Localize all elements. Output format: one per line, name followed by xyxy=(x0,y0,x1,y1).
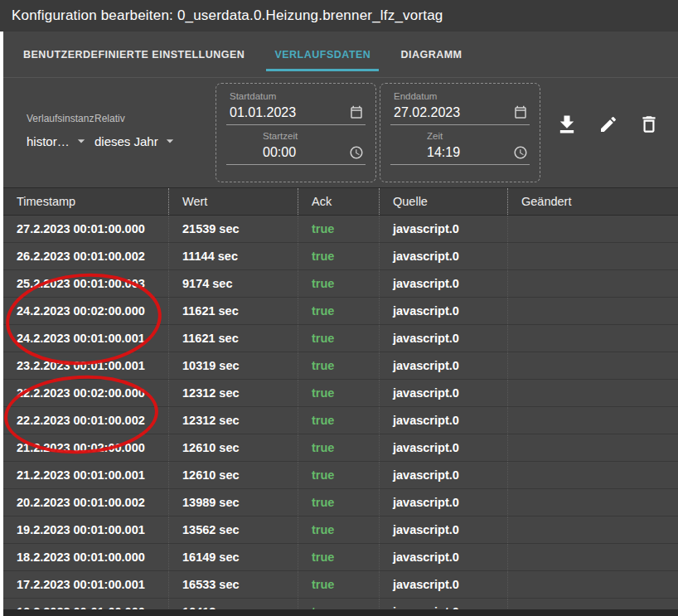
end-time-field[interactable]: Zeit 14:19 xyxy=(390,130,530,165)
clock-icon[interactable] xyxy=(349,145,364,160)
table-actions xyxy=(555,113,660,136)
table-row[interactable]: 20.2.2023 00:01:00.002 13989 sec true ja… xyxy=(3,489,678,517)
delete-button[interactable] xyxy=(638,114,660,135)
edit-button[interactable] xyxy=(598,114,618,134)
start-datetime-group: Startdatum 01.01.2023 Startzeit 00:00 xyxy=(216,83,376,182)
table-row[interactable]: 21.2.2023 00:02:00.000 12610 sec true ja… xyxy=(3,434,678,462)
cell-timestamp: 26.2.2023 00:01:00.002 xyxy=(3,243,169,269)
cell-ack: true xyxy=(298,571,380,598)
cell-quelle: javascript.0 xyxy=(380,325,508,352)
cell-geaendert xyxy=(508,325,678,352)
cell-timestamp: 19.2.2023 00:01:00.001 xyxy=(3,517,169,543)
table-row[interactable]: 22.2.2023 00:02:00.000 12312 sec true ja… xyxy=(3,380,678,407)
cell-wert: 12312 sec xyxy=(169,380,298,406)
cell-timestamp: 17.2.2023 00:01:00.001 xyxy=(3,571,169,598)
cell-geaendert xyxy=(508,517,678,543)
cell-ack: true xyxy=(298,325,380,352)
calendar-icon[interactable] xyxy=(349,105,364,120)
cell-quelle: javascript.0 xyxy=(380,407,508,434)
cell-geaendert xyxy=(508,352,678,379)
tab-label: VERLAUFSDATEN xyxy=(274,49,370,61)
cell-quelle: javascript.0 xyxy=(380,298,508,324)
table-header: Timestamp Wert Ack Quelle Geändert xyxy=(3,187,678,216)
cell-wert: 11621 sec xyxy=(169,325,298,352)
cell-timestamp: 24.2.2023 00:01:00.001 xyxy=(3,325,169,352)
relative-range-value: dieses Jahr xyxy=(94,134,158,148)
cell-timestamp: 20.2.2023 00:01:00.002 xyxy=(3,489,169,516)
history-instance-control: Verlaufsinstanz histor… xyxy=(27,113,94,149)
column-header-geaendert: Geändert xyxy=(508,188,678,215)
cell-geaendert xyxy=(508,216,678,242)
cell-wert: 16149 sec xyxy=(169,544,298,570)
start-time-field[interactable]: Startzeit 00:00 xyxy=(226,130,366,165)
end-date-label: Enddatum xyxy=(394,91,528,101)
cell-wert: 21539 sec xyxy=(169,216,298,242)
end-date-field[interactable]: Enddatum 27.02.2023 xyxy=(390,90,530,125)
cell-geaendert xyxy=(508,407,678,434)
history-instance-select[interactable]: histor… xyxy=(27,133,94,149)
table-row[interactable]: 27.2.2023 00:01:00.000 21539 sec true ja… xyxy=(3,216,678,243)
cell-ack: true xyxy=(298,544,380,570)
cell-geaendert xyxy=(508,462,678,488)
cell-quelle: javascript.0 xyxy=(380,517,508,543)
cell-timestamp: 22.2.2023 00:02:00.000 xyxy=(3,380,169,406)
tab-label: DIAGRAMM xyxy=(400,49,462,61)
table-row[interactable]: 22.2.2023 00:01:00.002 12312 sec true ja… xyxy=(3,407,678,434)
table-row[interactable]: 24.2.2023 00:02:00.000 11621 sec true ja… xyxy=(3,298,678,325)
cell-quelle: javascript.0 xyxy=(380,216,508,242)
cell-quelle: javascript.0 xyxy=(380,243,508,269)
cell-timestamp: 21.2.2023 00:02:00.000 xyxy=(3,434,169,461)
table-row[interactable]: 24.2.2023 00:01:00.001 11621 sec true ja… xyxy=(3,325,678,352)
cell-geaendert xyxy=(508,243,678,269)
table-row[interactable]: 25.2.2023 00:01:00.003 9174 sec true jav… xyxy=(3,270,678,298)
table-row[interactable]: 21.2.2023 00:01:00.001 12610 sec true ja… xyxy=(3,462,678,489)
column-header-quelle: Quelle xyxy=(380,188,508,215)
cell-timestamp: 25.2.2023 00:01:00.003 xyxy=(3,270,169,297)
caret-down-icon xyxy=(73,133,90,149)
table-body: 27.2.2023 00:01:00.000 21539 sec true ja… xyxy=(3,216,678,616)
table-row[interactable]: 23.2.2023 00:01:00.001 10319 sec true ja… xyxy=(3,352,678,380)
tab-label: BENUTZERDEFINIERTE EINSTELLUNGEN xyxy=(23,49,245,61)
cell-quelle: javascript.0 xyxy=(380,571,508,598)
start-date-field[interactable]: Startdatum 01.01.2023 xyxy=(226,90,366,125)
cell-quelle: javascript.0 xyxy=(380,489,508,516)
table-row[interactable]: 18.2.2023 00:01:00.000 16149 sec true ja… xyxy=(3,544,678,571)
trash-icon xyxy=(638,114,660,135)
table-row[interactable]: 26.2.2023 00:01:00.002 11144 sec true ja… xyxy=(3,243,678,270)
table-row[interactable]: 17.2.2023 00:01:00.001 16533 sec true ja… xyxy=(3,571,678,599)
cell-quelle: javascript.0 xyxy=(380,462,508,488)
cell-wert: 12312 sec xyxy=(169,407,298,434)
cell-timestamp: 23.2.2023 00:01:00.001 xyxy=(3,352,169,379)
cell-geaendert xyxy=(508,270,678,297)
clock-icon[interactable] xyxy=(513,145,528,160)
dialog-title: Konfiguration bearbeiten: 0_userdata.0.H… xyxy=(12,7,443,24)
cell-ack: true xyxy=(298,434,380,461)
download-icon xyxy=(555,113,579,136)
cell-quelle: javascript.0 xyxy=(380,270,508,297)
end-datetime-group: Enddatum 27.02.2023 Zeit 14:19 xyxy=(380,83,540,182)
tab-chart[interactable]: DIAGRAMM xyxy=(400,32,462,77)
cell-geaendert xyxy=(508,380,678,406)
column-header-timestamp: Timestamp xyxy=(3,188,169,215)
cell-geaendert xyxy=(508,489,678,516)
cell-wert: 11621 sec xyxy=(169,298,298,324)
cell-geaendert xyxy=(508,298,678,324)
download-button[interactable] xyxy=(555,113,579,136)
cell-wert: 10319 sec xyxy=(169,352,298,379)
tab-custom-settings[interactable]: BENUTZERDEFINIERTE EINSTELLUNGEN xyxy=(23,32,245,77)
cell-ack: true xyxy=(298,407,380,434)
cell-ack: true xyxy=(298,270,380,297)
cell-wert: 13989 sec xyxy=(169,489,298,516)
pencil-icon xyxy=(598,114,618,134)
bottom-clip-strip xyxy=(3,609,678,616)
cell-geaendert xyxy=(508,544,678,570)
tab-history-data[interactable]: VERLAUFSDATEN xyxy=(274,32,370,77)
end-time-label: Zeit xyxy=(427,131,528,141)
table-row[interactable]: 19.2.2023 00:01:00.001 13562 sec true ja… xyxy=(3,517,678,544)
calendar-icon[interactable] xyxy=(513,105,528,120)
cell-quelle: javascript.0 xyxy=(380,352,508,379)
cell-quelle: javascript.0 xyxy=(380,434,508,461)
cell-timestamp: 22.2.2023 00:01:00.002 xyxy=(3,407,169,434)
relative-range-select[interactable]: dieses Jahr xyxy=(94,133,178,149)
start-time-value: 00:00 xyxy=(263,145,296,160)
